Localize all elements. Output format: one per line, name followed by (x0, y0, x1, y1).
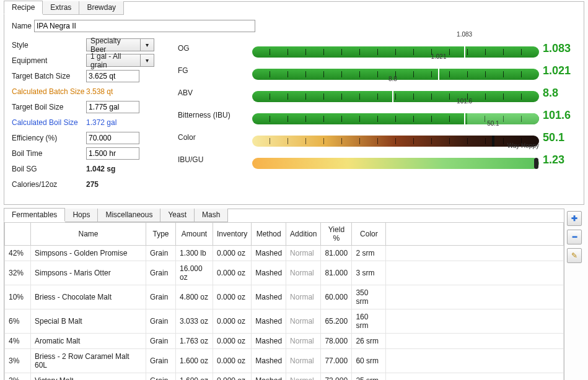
cell-addition: Normal (286, 373, 321, 381)
table-row[interactable]: 10%Briess - Chocolate MaltGrain4.800 oz0… (5, 285, 564, 309)
name-input[interactable] (34, 20, 255, 32)
cell-color: 26 srm (352, 334, 386, 349)
cell-amount: 1.600 oz (176, 349, 213, 373)
cell-pct: 32% (5, 261, 31, 285)
style-dropdown-button[interactable]: ▾ (141, 38, 154, 51)
cell-inventory: 0.000 oz (213, 373, 252, 381)
cell-color: 350 srm (352, 285, 386, 309)
col-spacer (386, 223, 564, 246)
edit-row-button[interactable]: ✎ (567, 248, 582, 263)
abv-label: ABV (178, 89, 252, 97)
abv-marker-label: 8.8 (388, 76, 397, 82)
cell-color: 60 srm (352, 349, 386, 373)
cell-spacer (386, 261, 564, 285)
remove-row-button[interactable]: ━ (567, 230, 582, 244)
cell-spacer (386, 309, 564, 334)
cell-name: Briess - Chocolate Malt (31, 285, 146, 309)
col-color[interactable]: Color (352, 223, 386, 246)
cell-pct: 3% (5, 373, 31, 381)
og-label: OG (178, 44, 252, 53)
fermentables-table[interactable]: Name Type Amount Inventory Method Additi… (4, 222, 564, 380)
target-boil-input[interactable] (86, 101, 139, 113)
cell-amount: 1.763 oz (176, 334, 213, 349)
color-value: 50.1 (539, 131, 576, 144)
cell-addition: Normal (286, 349, 321, 373)
efficiency-input[interactable] (86, 132, 139, 144)
cell-yield: 77.000 (321, 349, 352, 373)
chevron-down-icon: ▾ (146, 41, 149, 48)
col-name[interactable]: Name (31, 223, 146, 246)
fg-marker-label: 1.021 (431, 53, 446, 60)
table-row[interactable]: 3%Victory MaltGrain1.600 oz0.000 ozMashe… (5, 373, 564, 381)
cell-amount: 4.800 oz (176, 285, 213, 309)
col-amount[interactable]: Amount (176, 223, 213, 246)
equipment-combo[interactable]: 1 gal - All grain (86, 54, 141, 67)
boil-sg-value: 1.042 sg (86, 165, 115, 173)
col-yield[interactable]: Yield % (321, 223, 352, 246)
bottom-tabbar: Fermentables Hops Miscellaneous Yeast Ma… (4, 209, 564, 222)
col-type[interactable]: Type (146, 223, 176, 246)
ibugu-label: IBU/GU (178, 155, 252, 164)
col-addition[interactable]: Addition (286, 223, 321, 246)
cell-name: Victory Malt (31, 373, 146, 381)
col-method[interactable]: Method (252, 223, 286, 246)
cell-color: 25 srm (352, 373, 386, 381)
cell-type: Grain (146, 285, 176, 309)
tab-fermentables[interactable]: Fermentables (4, 208, 65, 222)
col-pct[interactable] (5, 223, 31, 246)
equipment-dropdown-button[interactable]: ▾ (141, 54, 154, 67)
cell-amount: 3.033 oz (176, 309, 213, 334)
cell-pct: 4% (5, 334, 31, 349)
tab-extras[interactable]: Extras (43, 1, 79, 15)
color-gauge (252, 136, 539, 147)
cell-yield: 65.200 (321, 309, 352, 334)
target-batch-input[interactable] (86, 70, 139, 82)
tab-yeast[interactable]: Yeast (160, 209, 195, 222)
table-row[interactable]: 42%Simpsons - Golden PromiseGrain1.300 l… (5, 246, 564, 261)
cell-type: Grain (146, 246, 176, 261)
cell-color: 160 srm (352, 309, 386, 334)
cell-addition: Normal (286, 246, 321, 261)
cell-name: Simpsons - Maris Otter (31, 261, 146, 285)
cell-type: Grain (146, 334, 176, 349)
ingredients-panel: Fermentables Hops Miscellaneous Yeast Ma… (4, 209, 564, 380)
target-batch-label: Target Batch Size (12, 72, 86, 80)
cell-pct: 6% (5, 309, 31, 334)
add-row-button[interactable]: ✚ (567, 211, 582, 226)
cell-method: Mashed (252, 246, 286, 261)
chevron-down-icon: ▾ (146, 57, 149, 64)
style-combo[interactable]: Specialty Beer (86, 38, 141, 51)
cell-method: Mashed (252, 309, 286, 334)
cell-amount: 1.600 oz (176, 373, 213, 381)
cell-yield: 60.000 (321, 285, 352, 309)
equipment-label: Equipment (12, 56, 86, 65)
cell-method: Mashed (252, 349, 286, 373)
ibu-value: 101.6 (539, 109, 576, 122)
cell-type: Grain (146, 261, 176, 285)
cell-name: Special B Malt (31, 309, 146, 334)
col-inventory[interactable]: Inventory (213, 223, 252, 246)
tab-misc[interactable]: Miscellaneous (98, 209, 160, 222)
tab-brewday[interactable]: Brewday (79, 1, 124, 15)
tab-hops[interactable]: Hops (65, 209, 98, 222)
abv-gauge (252, 91, 539, 102)
table-row[interactable]: 3%Briess - 2 Row Caramel Malt 60LGrain1.… (5, 349, 564, 373)
boil-time-input[interactable] (86, 147, 139, 160)
og-value: 1.083 (539, 42, 576, 55)
cell-yield: 81.000 (321, 261, 352, 285)
cell-inventory: 0.000 oz (213, 285, 252, 309)
cell-addition: Normal (286, 261, 321, 285)
tab-recipe[interactable]: Recipe (4, 1, 43, 14)
table-row[interactable]: 32%Simpsons - Maris OtterGrain16.000 oz0… (5, 261, 564, 285)
cell-addition: Normal (286, 285, 321, 309)
table-row[interactable]: 6%Special B MaltGrain3.033 oz0.000 ozMas… (5, 309, 564, 334)
minus-icon: ━ (573, 233, 577, 241)
table-row[interactable]: 4%Aromatic MaltGrain1.763 oz0.000 ozMash… (5, 334, 564, 349)
cell-type: Grain (146, 373, 176, 381)
ibu-marker-label: 101.6 (457, 98, 472, 105)
ibugu-marker-label: Way Hoppy (507, 142, 539, 149)
style-label: Style (12, 41, 86, 50)
pencil-icon: ✎ (571, 251, 577, 260)
cell-color: 3 srm (352, 261, 386, 285)
tab-mash[interactable]: Mash (195, 209, 228, 222)
